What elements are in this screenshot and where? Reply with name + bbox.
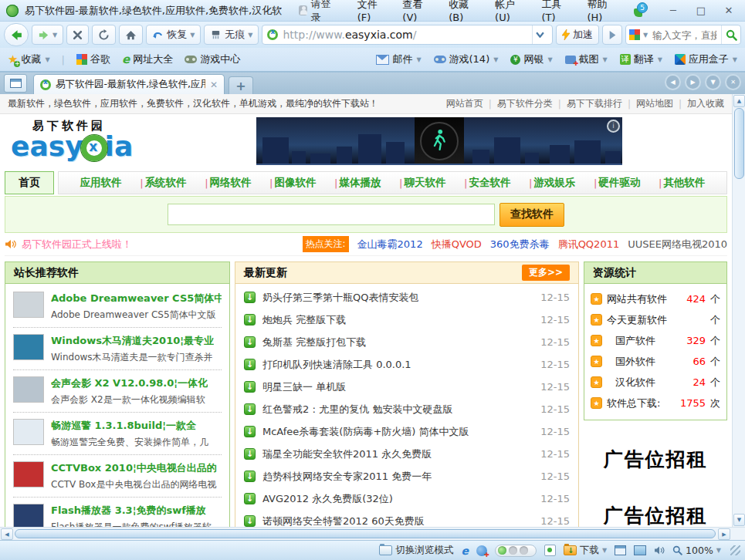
top-link[interactable]: 网站地图 [636, 97, 673, 110]
nav-category-link[interactable]: 媒体播放 [339, 176, 381, 190]
page-check-button[interactable] [544, 545, 556, 556]
latest-item[interactable]: ↓ 打印机队列快速清除工具 0.0.0.1 12-15 [235, 353, 578, 376]
recommend-item[interactable]: Flash播放器 3.3¦免费的swf播放 Flash播放器是一款免费的swf播… [13, 498, 222, 527]
hot-link[interactable]: 金山毒霸2012 [357, 238, 423, 251]
more-button[interactable]: 更多>> [522, 265, 570, 281]
nav-category-link[interactable]: 硬件驱动 [598, 176, 640, 190]
nav-category-link[interactable]: 网络软件 [210, 176, 252, 190]
vertical-scrollbar[interactable]: ▲ ▼ [732, 94, 745, 527]
horizontal-scrollbar[interactable]: ◀ ▶ [0, 527, 745, 540]
tab-scroll-right-button[interactable]: ▶ [685, 74, 701, 90]
software-link[interactable]: 兔斯基 完整版打包下载 [262, 336, 366, 349]
software-link[interactable]: 趋势科技网络安全专家2011 免费一年 [262, 470, 432, 484]
incognito-button[interactable]: 无痕 ▼ [204, 25, 259, 45]
media-button[interactable] [634, 545, 646, 555]
announcement-text[interactable]: 易下软件园正式上线啦！ [22, 238, 132, 251]
latest-item[interactable]: ↓ McAfee杀毒套装(防病毒+防火墙) 简体中文版 12-15 [235, 420, 578, 443]
vertical-scroll-thumb[interactable] [734, 108, 744, 179]
software-link[interactable]: 明星三缺一 单机版 [262, 380, 346, 394]
menu-item[interactable]: 工具(T) [541, 0, 570, 23]
download-button[interactable]: ↓ 下载 ▼ [564, 544, 607, 557]
tab-scroll-left-button[interactable]: ◀ [665, 74, 681, 90]
close-button[interactable]: ✕ [720, 5, 737, 16]
latest-item[interactable]: ↓ AVG2012 永久免费版(32位) 12-15 [235, 487, 578, 510]
resize-grip[interactable] [730, 545, 740, 555]
site-search-input[interactable] [168, 204, 495, 225]
zoom-control[interactable]: 100% ▼ [672, 545, 721, 556]
recommend-item[interactable]: Windows木马清道夫2010¦最专业 Windows木马清道夫是一款专门查杀… [13, 328, 222, 370]
recommend-item[interactable]: Adobe Dreamweaver CS5简体中文 Adobe Dreamwea… [13, 285, 222, 328]
netbank-button[interactable]: ¥ 网银 ▼ [510, 52, 552, 66]
hot-link[interactable]: 快播QVOD [432, 238, 482, 251]
software-title-link[interactable]: Windows木马清道夫2010¦最专业 [51, 334, 214, 348]
maximize-button[interactable]: □ [693, 5, 709, 16]
go-button[interactable] [602, 25, 622, 45]
translate-button[interactable]: 译 翻译 ▼ [620, 52, 662, 66]
latest-item[interactable]: ↓ 炮炮兵 完整版下载 12-15 [235, 309, 578, 331]
top-link[interactable]: 网站首页 [446, 97, 483, 110]
hot-link[interactable]: 360免费杀毒 [490, 238, 550, 251]
sidebar-toggle-button[interactable] [615, 545, 626, 555]
menu-item[interactable]: 查看(V) [402, 0, 432, 23]
tab-close-all-button[interactable]: ✕ [725, 74, 741, 90]
mute-button[interactable] [654, 545, 665, 555]
menu-item[interactable]: 收藏(B) [449, 0, 478, 23]
games-button[interactable]: 游戏(14) ▼ [434, 52, 499, 66]
nav-category-link[interactable]: 系统软件 [145, 176, 187, 190]
latest-item[interactable]: ↓ 红色警戒2：尤里的复仇 勉安装中文硬盘版 12-15 [235, 398, 578, 420]
nav-category-link[interactable]: 安全软件 [469, 176, 510, 190]
software-link[interactable]: McAfee杀毒套装(防病毒+防火墙) 简体中文版 [262, 425, 469, 439]
horizontal-scroll-thumb[interactable] [15, 529, 716, 538]
ie-engine-button[interactable]: e [461, 545, 469, 557]
software-link[interactable]: 炮炮兵 完整版下载 [262, 313, 346, 327]
menu-item[interactable]: 帮助(H) [587, 0, 617, 23]
browser-search-input[interactable] [651, 29, 718, 42]
address-dropdown-button[interactable] [532, 25, 547, 44]
hot-link[interactable]: UUSEE网络电视2010 [628, 238, 727, 251]
recommend-item[interactable]: CCTVBox 2010¦中央电视台出品的 CCTV Box是中央电视台出品的网… [13, 455, 222, 498]
home-button[interactable] [119, 25, 143, 45]
menu-item[interactable]: 文件(F) [357, 0, 386, 23]
tab-close-button[interactable]: ✕ [210, 79, 218, 90]
latest-item[interactable]: ↓ 瑞星全功能安全软件2011 永久免费版 12-15 [235, 443, 578, 465]
browse-mode-button[interactable]: 切换浏览模式 [379, 544, 453, 557]
restore-button[interactable]: 恢复 ▼ [146, 25, 201, 45]
software-link[interactable]: 打印机队列快速清除工具 0.0.0.1 [262, 358, 411, 372]
favorites-button[interactable]: ★ 收藏 ▼ [8, 52, 50, 66]
tab-list-button[interactable]: ▼ [705, 74, 721, 90]
find-software-button[interactable]: 查找软件 [499, 203, 564, 227]
software-title-link[interactable]: Flash播放器 3.3¦免费的swf播放 [51, 504, 212, 518]
stop-button[interactable] [66, 25, 89, 45]
top-link[interactable]: 易下下载排行 [567, 97, 622, 110]
screenshot-button[interactable]: 截图 ▼ [565, 52, 608, 66]
nav-category-link[interactable]: 应用软件 [80, 176, 122, 190]
browser-search-box[interactable]: ▼ [625, 25, 741, 45]
scroll-right-button[interactable]: ▶ [718, 528, 730, 540]
software-title-link[interactable]: Adobe Dreamweaver CS5简体中文 [51, 292, 222, 305]
software-title-link[interactable]: 会声会影 X2 V12.0.98.0¦一体化 [51, 376, 208, 390]
nav-home-tab[interactable]: 首页 [5, 171, 54, 194]
mail-button[interactable]: 邮件 ▼ [376, 52, 421, 66]
ad-placeholder[interactable]: 广告位招租 [584, 447, 727, 472]
bookmark-game-center[interactable]: 游戏中心 [185, 52, 240, 66]
ad-placeholder[interactable]: 广告位招租 [584, 503, 727, 527]
banner-info-icon[interactable]: i [607, 120, 620, 133]
active-tab[interactable]: 易下软件园-最新软件,绿色软件,应用... ✕ [33, 74, 225, 94]
network-status-lights[interactable] [495, 545, 537, 557]
scroll-up-button[interactable]: ▲ [733, 95, 745, 107]
top-link[interactable]: 加入收藏 [687, 97, 724, 110]
address-input[interactable]: http://www.easyxia.com/ [283, 29, 527, 41]
proxy-button[interactable] [476, 545, 487, 556]
software-link[interactable]: AVG2012 永久免费版(32位) [262, 492, 393, 506]
software-link[interactable]: 红色警戒2：尤里的复仇 勉安装中文硬盘版 [262, 403, 452, 417]
scroll-down-button[interactable]: ▼ [733, 514, 745, 526]
new-tab-button[interactable]: + [229, 76, 253, 94]
back-button[interactable] [4, 23, 29, 46]
bookmark-google[interactable]: 谷歌 [76, 52, 110, 66]
scroll-left-button[interactable]: ◀ [1, 528, 13, 540]
nav-category-link[interactable]: 其他软件 [663, 176, 705, 190]
hot-link[interactable]: 腾讯QQ2011 [558, 238, 620, 251]
recommend-item[interactable]: 畅游巡警 1.3.1.8build¦一款全 畅游巡警完全免费、安装操作简单，几 [13, 413, 222, 455]
latest-item[interactable]: ↓ 趋势科技网络安全专家2011 免费一年 12-15 [235, 465, 578, 487]
address-bar[interactable]: http://www.easyxia.com/ [262, 25, 553, 45]
